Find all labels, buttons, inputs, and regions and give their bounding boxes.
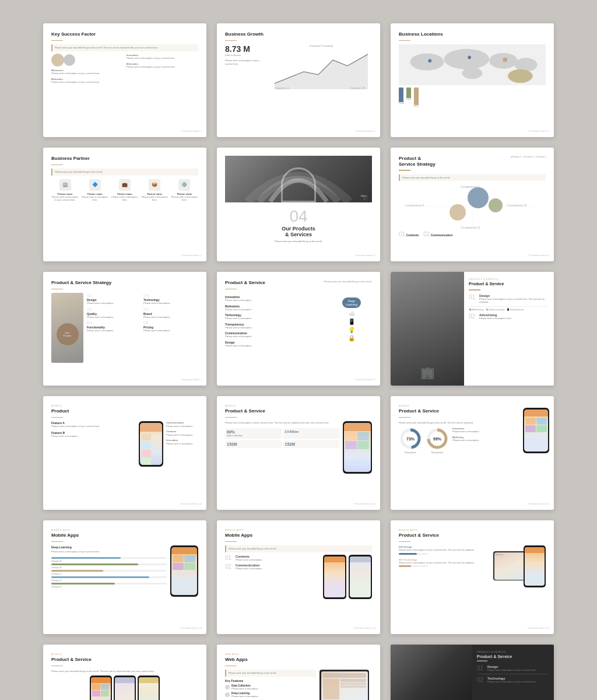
presentation-grid: Key Success Factor Please write your bea… [20,0,577,700]
svg-point-9 [428,59,431,62]
partner-5-desc: Please write a description here. [171,195,198,202]
slide-18-item1: 01 Design Please write a description of … [477,665,548,672]
slide-10-footer: Presentation Name | 10 [180,503,202,505]
partner-5-icon: ⚙️ [178,179,190,191]
slide-product-three-phones: Mobile Product & Service Please write yo… [43,645,206,700]
slide-15-title: Product & Service [399,533,546,538]
slide-7-image: CoreProduct [51,293,83,363]
slide-14-metrics: 01 Contents Please write a description. … [225,555,319,613]
slide-13-accent [51,541,63,542]
slide-11-title: Product & Service [225,408,372,414]
slide-17-accent [225,666,237,667]
slide-18-title: Product & Service [477,654,548,659]
slide-17-section: Web Apps [225,653,372,656]
slide-service-list: Product & Service Please write your beau… [217,272,380,386]
slide-13-desc-title: Deep Learning [51,545,167,549]
slide-14-title: Mobile Apps [225,533,372,538]
slide-5-title: Our Products& Services [225,226,372,237]
slide-13-left: Deep Learning Please write a description… [51,545,167,597]
strategy-item-design: 01 Design Please write a description. [87,293,142,305]
slide-18-image-area: Product A [391,645,472,700]
slide-10-content: Feature A Please write a description of … [51,421,198,497]
slide-6-title: Product &Service Strategy [399,156,436,167]
slide-14-phone-2 [349,555,372,599]
svg-text:Competence D: Competence D [461,226,480,229]
slide-5-image: 📷 [225,156,372,202]
slide-2-metric-label: Data Collection [225,54,266,57]
slide-13-title: Mobile Apps [51,533,198,538]
slide-9-divider [469,306,548,307]
svg-point-20 [449,204,466,220]
slide-11-section: Mobile [225,404,372,407]
slide-2-chart-label: Enterprise Productivity [271,44,372,47]
slide-11-left: Please write a description of your conte… [225,421,339,474]
slide-6-accent [399,170,410,171]
partner-2-icon: 🔷 [89,179,101,191]
slide-11-phone [343,421,372,474]
slide-1-accent [51,40,63,41]
slide-18-accent [477,660,487,662]
slide-3-title: Business Locations [399,32,546,37]
slide-18-divider [477,674,548,674]
slide-6-bubble-chart: Competence A Competence B Competence C C… [399,183,546,230]
slide-15-item-tech: 42% Technology Please write a descriptio… [399,558,490,568]
slide-5-footer: Presentation Name | 5 [355,254,375,257]
slide-9-image: 🏢 [391,272,464,386]
slide-17-features-title: Key Features [225,679,316,682]
slide-12-section: Mobile [399,404,546,407]
slide-13-bars: Category A Category B Category C Categor… [51,557,167,588]
slide-web-apps: Web Apps Web Apps Please write your beau… [217,645,380,700]
partner-2-desc: Please write a description here. [81,195,108,202]
slide-16-phone-3 [138,676,160,700]
slide-products-intro: 📷 04 Our Products& Services Please write… [217,148,380,261]
strategy-item-quality: 02 Quality Please write a description. [87,307,142,319]
stat-152m-2: 152M [283,440,340,448]
slide-8-title: Product & Service [225,280,265,286]
slide-17-quote: Please write your beautiful things in th… [225,670,316,677]
partner-1: 🏢 Partner name Please write a descriptio… [51,179,79,202]
partner-1-icon: 🏢 [59,179,71,191]
slide-8-quote: Please write your beautiful things in th… [324,280,372,283]
slide-9-item2: 02 Advertising Please write a descriptio… [469,313,548,320]
slide-17-feature-1: Data CollectionPlease write a descriptio… [225,684,316,691]
svg-text:Category B: Category B [350,86,366,89]
slide-3-bars: Cat A Cat B Cat C [399,88,546,107]
slide-18-item2: 02 Technology Please write a description… [477,677,548,684]
slide-1-innovation: Innovation Please write a description of… [127,54,198,60]
svg-point-4 [444,49,490,69]
strategy-item-pricing: 06 Pricing Please write a description. [143,320,198,332]
slide-9-accent [469,289,480,290]
slide-10-side-items: CommunicationPlease write a description.… [166,421,198,446]
slide-7-title: Product & Service Strategy [51,280,198,286]
slide-17-feature-2: Deep LearningPlease write a description. [225,692,316,698]
slide-13-footer: Presentation Name | 13 [180,627,202,629]
slide-business-growth: Business Growth 8.73 M Data Collection P… [217,23,380,137]
donut-73: 73% Description [399,427,422,454]
slide-18-section: Product & Service [477,650,548,653]
svg-text:Category A: Category A [275,86,289,89]
strategy-item-brand: 05 Brand Please write a description. [143,307,198,319]
slide-16-accent [51,666,63,667]
partner-3: 💼 Partner name Please write a descriptio… [111,179,138,202]
slide-13-desc: Please write a description of your conte… [51,550,167,554]
slide-1-quote: Please write your beautiful things in th… [51,44,198,51]
partner-4-desc: Please write a description here. [141,195,168,202]
slide-4-title: Business Partner [51,156,198,162]
slide-1-motivation: Motivation Please write a description of… [127,62,198,69]
slide-14-metric-1: 01 Contents Please write a description. [225,555,319,562]
slide-11-desc: Please write a description of your conte… [225,421,339,425]
slide-4-accent [51,164,63,166]
slide-product-stats: Mobile Product & Service Please write a … [217,396,380,510]
slide-17-device [319,670,372,700]
svg-point-10 [468,56,471,60]
slide-7-accent [51,289,63,290]
slide-15-items: 61% Design Please write a description of… [399,545,490,621]
slide-16-section: Mobile [51,653,198,656]
slide-14-accent [225,541,237,542]
svg-point-19 [489,198,503,212]
slide-9-title: Product & Service [469,282,548,286]
slide-14-metric-2: 02 Communication Please write a descript… [225,564,319,570]
slide-2-footer: Presentation Name | 2 [355,130,375,132]
donut-99: 99% Description [426,427,449,454]
slide-12-phone [523,408,549,453]
